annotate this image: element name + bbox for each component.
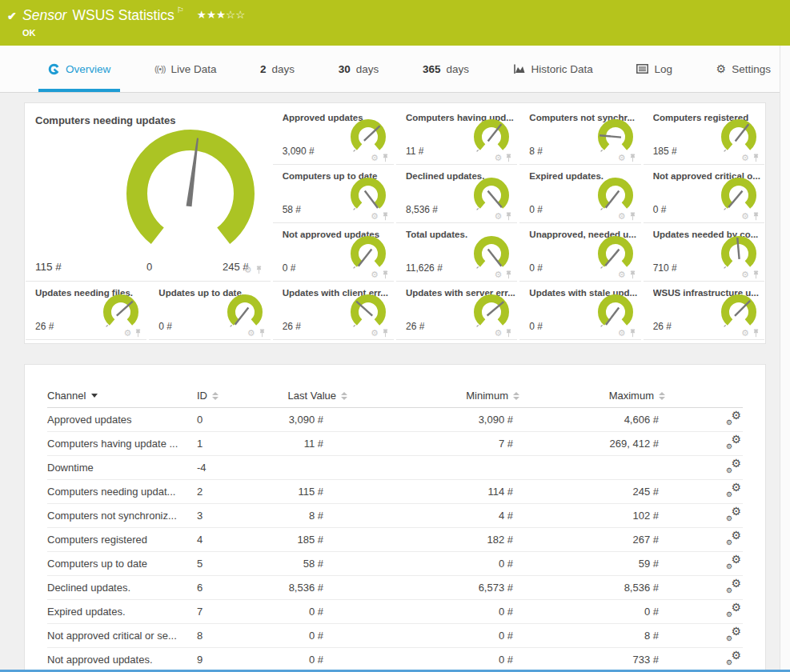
channel-settings-icon[interactable]: ⚙⚙ [725, 460, 741, 473]
gauge-not-approved-critical-o[interactable]: Not approved critical o... 0 # ⚙ [644, 165, 764, 223]
gauge-updates-with-client-err[interactable]: Updates with client err... 26 # ⚙ [273, 282, 394, 340]
gauge-settings-icon[interactable]: ⚙ [244, 266, 252, 274]
gauge-settings-icon[interactable]: ⚙ [618, 270, 626, 279]
gauge [720, 118, 758, 157]
gauge [472, 177, 511, 215]
pin-icon[interactable] [752, 212, 760, 221]
gauge-computers-up-to-date[interactable]: Computers up to date 58 # ⚙ [273, 165, 394, 223]
channel-settings-icon[interactable]: ⚙⚙ [725, 412, 741, 425]
pin-icon[interactable] [629, 270, 636, 279]
priority-stars[interactable]: ★★★☆☆ [197, 9, 246, 21]
gauge-settings-icon[interactable]: ⚙ [123, 329, 131, 338]
gauges-panel: Computers needing updates 115 # 0 245 # … [24, 102, 766, 344]
pin-icon[interactable] [382, 270, 389, 279]
channel-name-cell: Downtime [47, 462, 197, 474]
tab-historic-data[interactable]: Historic Data [503, 46, 603, 92]
column-header-id[interactable]: ID [197, 390, 255, 402]
gauge-needle [488, 249, 502, 266]
gauge-settings-icon[interactable]: ⚙ [741, 329, 749, 338]
pin-icon[interactable] [382, 329, 389, 338]
gauge-unapproved-needed-u[interactable]: Unapproved, needed u... 0 # ⚙ [519, 223, 640, 282]
pin-icon[interactable] [382, 212, 389, 221]
gauge-settings-icon[interactable]: ⚙ [371, 270, 379, 279]
tab-settings[interactable]: ⚙ Settings [707, 46, 780, 92]
gauge-settings-icon[interactable]: ⚙ [741, 154, 749, 162]
channel-settings-icon[interactable]: ⚙⚙ [725, 604, 741, 617]
tab-2-days[interactable]: 2days [251, 46, 304, 92]
gauge-updates-needed-by-co[interactable]: Updates needed by co... 710 # ⚙ [644, 223, 764, 282]
gauge-declined-updates[interactable]: Declined updates. 8,536 # ⚙ [396, 165, 517, 223]
gauge-settings-icon[interactable]: ⚙ [618, 212, 626, 221]
gauge-settings-icon[interactable]: ⚙ [741, 270, 749, 279]
column-header-channel[interactable]: Channel [47, 390, 197, 402]
gauge-updates-needing-files[interactable]: Updates needing files. 26 # ⚙ [26, 282, 146, 340]
gauge-settings-icon[interactable]: ⚙ [371, 329, 379, 338]
pin-icon[interactable] [505, 329, 512, 338]
pin-icon[interactable] [505, 212, 512, 221]
pin-icon[interactable] [255, 266, 263, 274]
gauge-settings-icon[interactable]: ⚙ [494, 329, 502, 338]
gauge-computers-registered[interactable]: Computers registered 185 # ⚙ [644, 106, 764, 165]
gauge-settings-icon[interactable]: ⚙ [494, 212, 502, 221]
gauge-value: 8,536 # [406, 204, 438, 215]
channel-settings-icon[interactable]: ⚙⚙ [725, 652, 741, 665]
tab-overview[interactable]: Overview [38, 46, 120, 92]
channel-settings-icon[interactable]: ⚙⚙ [725, 580, 741, 593]
channel-settings-icon[interactable]: ⚙⚙ [725, 628, 741, 641]
pin-icon[interactable] [134, 329, 142, 338]
gauge-needle [728, 191, 742, 208]
gauge-approved-updates[interactable]: Approved updates 3,090 # ⚙ [273, 106, 394, 165]
pin-icon[interactable] [382, 154, 389, 162]
id-cell: 3 [197, 510, 255, 522]
pin-icon[interactable] [752, 154, 760, 162]
gauge-updates-with-server-err[interactable]: Updates with server err... 26 # ⚙ [396, 282, 517, 340]
gauge-not-approved-updates[interactable]: Not approved updates 0 # ⚙ [273, 223, 394, 282]
gauge-settings-icon[interactable]: ⚙ [741, 212, 749, 221]
pin-icon[interactable] [752, 329, 760, 338]
pin-icon[interactable] [505, 154, 512, 162]
gauge [720, 235, 758, 274]
pin-icon[interactable] [259, 329, 266, 338]
gauge-computers-not-synchr[interactable]: Computers not synchr... 8 # ⚙ [519, 106, 640, 165]
gauge-computers-having-upd[interactable]: Computers having upd... 11 # ⚙ [396, 106, 517, 165]
gauge-settings-icon[interactable]: ⚙ [371, 212, 379, 221]
maximum-cell: 59 # [519, 558, 665, 570]
minimum-cell: 7 # [347, 438, 519, 450]
gauge-settings-icon[interactable]: ⚙ [618, 329, 626, 338]
column-header-maximum[interactable]: Maximum [519, 390, 665, 402]
tab-live-data[interactable]: ((•)) Live Data [145, 46, 227, 92]
channel-settings-icon[interactable]: ⚙⚙ [725, 508, 741, 521]
gauge-scale-min: 0 [146, 261, 152, 273]
gauge-wsus-infrastructure-u[interactable]: WSUS infrastructure u... 26 # ⚙ [644, 282, 764, 340]
column-header-minimum[interactable]: Minimum [347, 390, 519, 402]
id-cell: 2 [197, 486, 255, 498]
channel-settings-icon[interactable]: ⚙⚙ [725, 484, 741, 497]
tab-365-days[interactable]: 365days [413, 46, 479, 92]
pin-icon[interactable] [629, 154, 636, 162]
tab-30-days[interactable]: 30days [329, 46, 389, 92]
channel-settings-icon[interactable]: ⚙⚙ [725, 532, 741, 545]
gauge-settings-icon[interactable]: ⚙ [618, 154, 626, 162]
flag-icon[interactable]: ⚐ [177, 6, 184, 14]
pin-icon[interactable] [629, 329, 636, 338]
gauge-computers-needing-updates[interactable]: Computers needing updates 115 # 0 245 # … [26, 106, 271, 282]
channel-settings-icon[interactable]: ⚙⚙ [725, 436, 741, 449]
channel-settings-icon[interactable]: ⚙⚙ [725, 556, 741, 569]
gauge-total-updates[interactable]: Total updates. 11,626 # ⚙ [396, 223, 517, 282]
column-header-last-value[interactable]: Last Value [255, 390, 347, 402]
gauge-settings-icon[interactable]: ⚙ [371, 154, 379, 162]
settings-gear-icon: ⚙ [716, 63, 727, 74]
gauge-expired-updates[interactable]: Expired updates. 0 # ⚙ [519, 165, 640, 223]
pin-icon[interactable] [752, 270, 760, 279]
gauge-updates-up-to-date[interactable]: Updates up to date. 0 # ⚙ [149, 282, 270, 340]
tab-log[interactable]: Log [627, 46, 682, 92]
scrollbar-track[interactable] [780, 46, 790, 672]
gauge-updates-with-stale-upd[interactable]: Updates with stale upd... 0 # ⚙ [519, 282, 640, 340]
id-cell: 1 [197, 438, 255, 450]
gauge [472, 235, 511, 274]
pin-icon[interactable] [629, 212, 636, 221]
pin-icon[interactable] [505, 270, 512, 279]
gauge-settings-icon[interactable]: ⚙ [247, 329, 255, 338]
gauge-settings-icon[interactable]: ⚙ [494, 154, 502, 162]
gauge-settings-icon[interactable]: ⚙ [494, 270, 502, 279]
